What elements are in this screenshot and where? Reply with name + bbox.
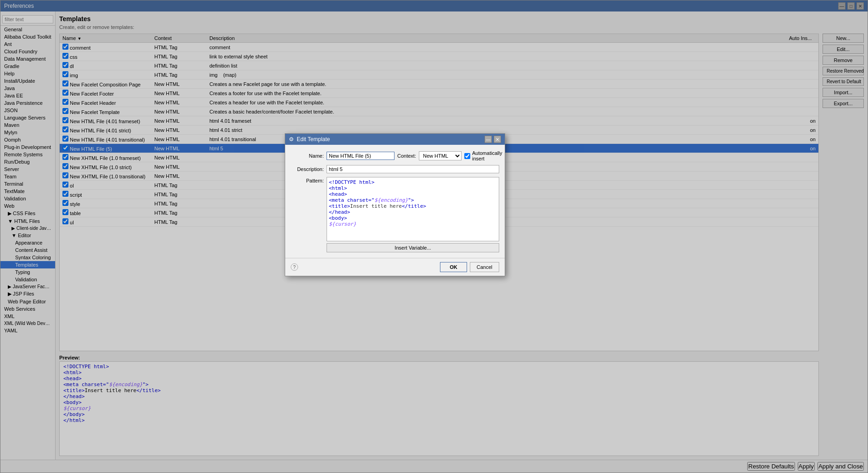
row-checkbox[interactable] [62, 182, 68, 188]
row-checkbox[interactable] [62, 145, 68, 151]
table-row[interactable]: dl HTML Tag definition list [60, 61, 818, 70]
table-row[interactable]: New Facelet Composition Page New HTML Cr… [60, 80, 818, 89]
row-checkbox[interactable] [62, 154, 68, 160]
sidebar-item-java[interactable]: Java [0, 85, 55, 92]
dialog-description-input[interactable] [327, 165, 499, 173]
sidebar-item-web[interactable]: Web [0, 202, 55, 210]
sidebar-item-web-services[interactable]: Web Services [0, 305, 55, 313]
sidebar-item-alibaba[interactable]: Alibaba Cloud Toolkit [0, 33, 55, 40]
apply-button[interactable]: Apply [798, 462, 815, 471]
sidebar-item-typing[interactable]: Typing [0, 268, 55, 276]
dialog-auto-insert-checkbox[interactable] [464, 153, 470, 159]
insert-variable-button[interactable]: Insert Variable... [327, 243, 499, 252]
sidebar-item-data-management[interactable]: Data Management [0, 55, 55, 63]
sidebar-item-remote-systems[interactable]: Remote Systems [0, 151, 55, 158]
col-header-name[interactable]: Name ▼ [60, 34, 152, 43]
sidebar-item-server[interactable]: Server [0, 165, 55, 173]
row-checkbox[interactable] [62, 53, 68, 59]
sidebar-item-jsf-tools[interactable]: ▶ JavaServer Faces Tool [0, 283, 55, 290]
filter-input[interactable] [2, 15, 53, 23]
sidebar-item-yaml[interactable]: YAML [0, 327, 55, 334]
sidebar-item-language-servers[interactable]: Language Servers [0, 114, 55, 121]
restore-defaults-button[interactable]: Restore Defaults [747, 462, 795, 471]
row-checkbox[interactable] [62, 108, 68, 114]
sidebar-item-validation-html[interactable]: Validation [0, 276, 55, 283]
row-checkbox[interactable] [62, 80, 68, 86]
sidebar-item-editor[interactable]: ▼ Editor [0, 232, 55, 239]
sidebar-item-mylyn[interactable]: Mylyn [0, 129, 55, 136]
sidebar-item-content-assist[interactable]: Content Assist [0, 246, 55, 254]
row-checkbox[interactable] [62, 71, 68, 77]
sidebar-item-appearance[interactable]: Appearance [0, 239, 55, 246]
sidebar-item-clientside-js[interactable]: ▶ Client-side JavaScri... [0, 225, 55, 232]
sidebar-item-help[interactable]: Help [0, 70, 55, 77]
table-row[interactable]: comment HTML Tag comment [60, 43, 818, 52]
new-button[interactable]: New... [823, 34, 864, 43]
dialog-cancel-button[interactable]: Cancel [470, 262, 499, 272]
apply-close-button[interactable]: Apply and Close [817, 462, 864, 471]
sidebar-item-templates[interactable]: Templates [0, 261, 55, 268]
help-icon[interactable]: ? [291, 263, 298, 271]
row-checkbox[interactable] [62, 218, 68, 224]
sidebar-item-jsp-files[interactable]: ▶ JSP Files [0, 290, 55, 298]
sidebar-item-json[interactable]: JSON [0, 107, 55, 114]
table-row[interactable]: New Facelet Template New HTML Creates a … [60, 107, 818, 116]
sidebar-item-cloud-foundry[interactable]: Cloud Foundry [0, 48, 55, 55]
sidebar-item-web-page-editor[interactable]: Web Page Editor [0, 298, 55, 305]
pattern-scroll-area[interactable]: <!DOCTYPE html> <html> <head> <meta char… [327, 177, 499, 241]
dialog-context-select[interactable]: New HTML HTML Tag New XHTML [419, 151, 462, 160]
revert-to-default-button[interactable]: Revert to Default [823, 77, 864, 86]
sidebar-item-validation[interactable]: Validation [0, 195, 55, 202]
table-row[interactable]: New Facelet Header New HTML Creates a he… [60, 98, 818, 107]
row-checkbox[interactable] [62, 136, 68, 142]
sidebar-item-java-ee[interactable]: Java EE [0, 92, 55, 99]
col-header-autoins[interactable]: Auto Ins... [786, 34, 818, 43]
dialog-ok-button[interactable]: OK [440, 262, 467, 272]
import-button[interactable]: Import... [823, 88, 864, 97]
restore-removed-button[interactable]: Restore Removed [823, 67, 864, 75]
col-header-context[interactable]: Context [152, 34, 207, 43]
row-checkbox[interactable] [62, 172, 68, 178]
sidebar-item-oomph[interactable]: Oomph [0, 136, 55, 143]
dialog-minimize-button[interactable]: — [485, 136, 492, 143]
sidebar-item-html-files[interactable]: ▼ HTML Files [0, 217, 55, 225]
remove-button[interactable]: Remove [823, 56, 864, 65]
sidebar-item-syntax-coloring[interactable]: Syntax Coloring [0, 254, 55, 261]
dialog-name-input[interactable] [327, 152, 395, 160]
sidebar-item-team[interactable]: Team [0, 173, 55, 180]
sidebar-item-ant[interactable]: Ant [0, 40, 55, 48]
row-checkbox[interactable] [62, 200, 68, 206]
row-checkbox[interactable] [62, 126, 68, 132]
table-row[interactable]: New HTML File (4.01 frameset) New HTML h… [60, 116, 818, 125]
sidebar-item-xml[interactable]: XML [0, 313, 55, 320]
table-row[interactable]: New Facelet Footer New HTML Creates a fo… [60, 89, 818, 98]
sidebar-item-xml-wild[interactable]: XML (Wild Web Develop... [0, 320, 55, 327]
row-checkbox[interactable] [62, 90, 68, 96]
table-row[interactable]: img HTML Tag img (map) [60, 70, 818, 80]
sidebar-item-general[interactable]: General [0, 26, 55, 33]
sidebar-item-terminal[interactable]: Terminal [0, 180, 55, 188]
maximize-button[interactable]: □ [847, 2, 855, 10]
sidebar-item-plugin-dev[interactable]: Plug-in Development [0, 143, 55, 151]
dialog-close-button[interactable]: ✕ [494, 136, 501, 143]
edit-button[interactable]: Edit... [823, 45, 864, 54]
sidebar-item-run-debug[interactable]: Run/Debug [0, 158, 55, 165]
close-button[interactable]: ✕ [857, 2, 864, 10]
sidebar-item-textmate[interactable]: TextMate [0, 188, 55, 195]
row-checkbox[interactable] [62, 209, 68, 215]
minimize-button[interactable]: — [838, 2, 845, 10]
row-checkbox[interactable] [62, 117, 68, 123]
row-checkbox[interactable] [62, 191, 68, 197]
sidebar-item-java-persistence[interactable]: Java Persistence [0, 99, 55, 107]
sidebar-item-gradle[interactable]: Gradle [0, 63, 55, 70]
row-checkbox[interactable] [62, 44, 68, 50]
row-checkbox[interactable] [62, 99, 68, 105]
table-row[interactable]: css HTML Tag link to external style shee… [60, 52, 818, 61]
col-header-description[interactable]: Description [207, 34, 786, 43]
sidebar-item-install-update[interactable]: Install/Update [0, 77, 55, 85]
row-checkbox[interactable] [62, 163, 68, 169]
row-checkbox[interactable] [62, 62, 68, 68]
export-button[interactable]: Export... [823, 99, 864, 108]
sidebar-item-maven[interactable]: Maven [0, 121, 55, 129]
sidebar-item-css-files[interactable]: ▶ CSS Files [0, 210, 55, 217]
